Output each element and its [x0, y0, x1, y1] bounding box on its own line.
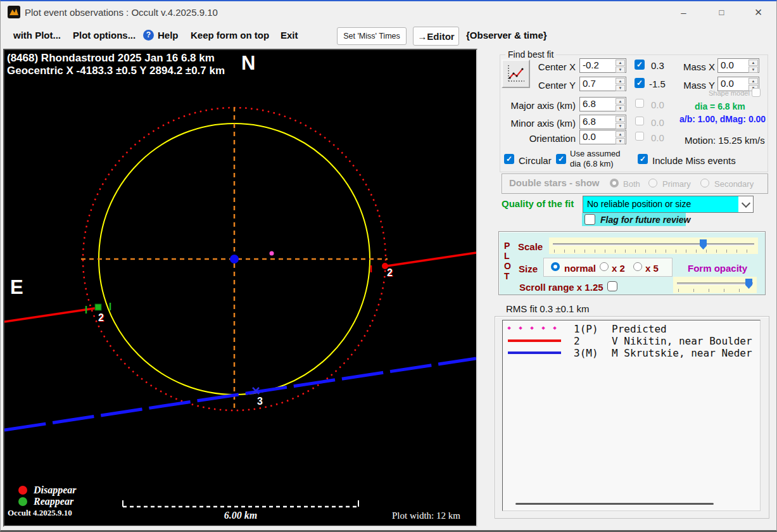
- spin-up-icon[interactable]: ▲: [616, 98, 625, 104]
- plot-controls-panel: P L O T Scale Size normal x 2 x 5 Form o…: [498, 231, 766, 295]
- shape-model-label: Shape model: [709, 89, 750, 97]
- obs-number: 2: [574, 335, 612, 347]
- combo-arrow-icon[interactable]: [738, 196, 753, 212]
- double-stars-both-radio: [610, 179, 619, 187]
- spin-up-icon[interactable]: ▲: [749, 78, 758, 84]
- mass-x-spinner[interactable]: 0.0 ▲▼: [717, 58, 759, 73]
- scroll-range-checkbox[interactable]: [607, 281, 617, 291]
- plot-header-line2: Geocentric X -4183.3 ±0.5 Y 2894.2 ±0.7 …: [7, 65, 225, 77]
- size-x2-label[interactable]: x 2: [612, 263, 625, 274]
- spin-down-icon[interactable]: ▼: [616, 123, 625, 129]
- plot-canvas[interactable]: 2 2 3 (8468) Rhondastroud 2025 Jan 16 6.…: [3, 49, 477, 527]
- motion-label: Motion: 15.25 km/s: [685, 135, 765, 146]
- scale-slider-track[interactable]: [553, 243, 754, 246]
- double-stars-secondary-label: Secondary: [714, 179, 754, 189]
- form-opacity-slider-track[interactable]: [677, 282, 753, 285]
- spin-up-icon[interactable]: ▲: [616, 131, 625, 137]
- size-normal-label[interactable]: normal: [564, 263, 596, 274]
- obs-number: 1(P): [574, 323, 612, 335]
- center-x-spinner[interactable]: -0.2 ▲▼: [579, 58, 626, 73]
- help-icon[interactable]: ?: [143, 30, 154, 41]
- quality-combobox[interactable]: No reliable position or size: [583, 196, 754, 213]
- reappear-marker: [95, 304, 101, 310]
- spin-down-icon[interactable]: ▼: [616, 85, 625, 91]
- form-opacity-slider[interactable]: [673, 277, 757, 293]
- check-icon: ✓: [635, 78, 645, 88]
- double-stars-both-label: Both: [623, 179, 640, 189]
- double-stars-primary-radio: [648, 179, 657, 187]
- center-y-label: Center Y: [526, 80, 576, 91]
- blue-line-swatch: [508, 352, 561, 354]
- minimize-icon: –: [681, 7, 686, 18]
- north-label: N: [241, 52, 255, 75]
- form-opacity-slider-thumb[interactable]: [745, 279, 752, 289]
- rms-label: RMS fit 0.3 ±0.1 km: [506, 303, 590, 314]
- disappear-legend-dot: [18, 486, 27, 495]
- close-button[interactable]: ×: [744, 3, 773, 22]
- circular-label: Circular: [519, 155, 552, 166]
- orientation-spinner[interactable]: 0.0 ▲▼: [579, 130, 626, 144]
- minor-axis-spinner[interactable]: 6.8 ▲▼: [579, 115, 626, 129]
- spin-up-icon[interactable]: ▲: [616, 116, 625, 122]
- minimize-button[interactable]: –: [669, 3, 698, 22]
- menu-exit[interactable]: Exit: [281, 30, 298, 41]
- plot-version-label: Occult 4.2025.9.10: [8, 508, 72, 518]
- horizontal-scrollbar-thumb[interactable]: [515, 503, 714, 505]
- center-x-label: Center X: [526, 61, 576, 72]
- size-x5-radio[interactable]: [633, 262, 642, 271]
- spin-down-icon[interactable]: ▼: [616, 105, 625, 111]
- observation-row[interactable]: 2V Nikitin, near Boulder: [507, 335, 543, 347]
- menu-with-plot[interactable]: with Plot...: [13, 30, 61, 41]
- scale-label: Scale: [518, 241, 543, 252]
- chord3-label: 3: [257, 396, 263, 407]
- spin-up-icon[interactable]: ▲: [616, 60, 625, 66]
- quality-value: No reliable position or size: [583, 196, 738, 212]
- maximize-button[interactable]: □: [707, 3, 736, 22]
- scale-slider[interactable]: [549, 238, 758, 254]
- offset-x-value: 0.3: [651, 60, 664, 71]
- spin-up-icon[interactable]: ▲: [616, 78, 625, 84]
- spin-down-icon[interactable]: ▼: [749, 66, 758, 73]
- orientation-label: Orientation: [510, 133, 576, 144]
- offset-x-checkbox[interactable]: ✓: [635, 60, 645, 70]
- include-miss-checkbox[interactable]: ✓: [638, 154, 648, 164]
- window-title: Plot event observations : Occult v.4.202…: [25, 7, 218, 18]
- plot-letter-p: P: [504, 241, 510, 251]
- observation-row[interactable]: 1(P)Predicted: [507, 323, 543, 335]
- major-axis-spinner[interactable]: 6.8 ▲▼: [579, 97, 626, 111]
- chord2-right-segment: [382, 253, 476, 267]
- menu-keep-on-top[interactable]: Keep form on top: [191, 30, 269, 41]
- size-x5-label[interactable]: x 5: [645, 263, 659, 274]
- size-x2-radio[interactable]: [600, 262, 609, 271]
- plot-letter-o: O: [504, 261, 511, 271]
- obs-name: Predicted: [612, 323, 667, 335]
- use-assumed-checkbox[interactable]: ✓: [556, 154, 566, 164]
- spin-down-icon[interactable]: ▼: [616, 138, 625, 144]
- orientation-aux-checkbox: [635, 132, 644, 141]
- observation-row[interactable]: 3(M)M Skrutskie, near Neder: [507, 347, 543, 359]
- editor-button[interactable]: →Editor: [413, 27, 459, 46]
- offset-y-checkbox[interactable]: ✓: [635, 78, 645, 88]
- size-normal-radio[interactable]: [551, 262, 560, 271]
- ab-dmag-label: a/b: 1.00, dMag: 0.00: [679, 114, 766, 124]
- center-y-spinner[interactable]: 0.7 ▲▼: [579, 77, 626, 91]
- dotted-line-swatch: [508, 327, 556, 329]
- scale-slider-ticks: [554, 250, 753, 253]
- flag-checkbox[interactable]: [584, 214, 595, 225]
- minor-axis-label: Minor axis (km): [510, 118, 576, 129]
- observer-time-label: {Observer & time}: [466, 30, 547, 41]
- plot-letter-t: T: [504, 271, 510, 281]
- spin-up-icon[interactable]: ▲: [749, 60, 758, 66]
- menu-help[interactable]: Help: [158, 30, 179, 41]
- set-miss-times-button[interactable]: Set 'Miss' Times: [337, 27, 407, 45]
- app-icon: [8, 6, 20, 18]
- include-miss-label: Include Miss events: [652, 155, 736, 166]
- scale-slider-thumb[interactable]: [700, 239, 707, 250]
- circular-checkbox[interactable]: ✓: [504, 154, 514, 164]
- minor-axis-aux-value: 0.0: [651, 117, 664, 128]
- observations-listbox[interactable]: 1(P)Predicted 2V Nikitin, near Boulder 3…: [502, 320, 761, 511]
- menu-plot-options[interactable]: Plot options...: [73, 30, 136, 41]
- spin-down-icon[interactable]: ▼: [616, 66, 625, 73]
- use-assumed-label-line2: dia (6.8 km): [570, 159, 614, 168]
- chord2-label-left: 2: [98, 312, 104, 323]
